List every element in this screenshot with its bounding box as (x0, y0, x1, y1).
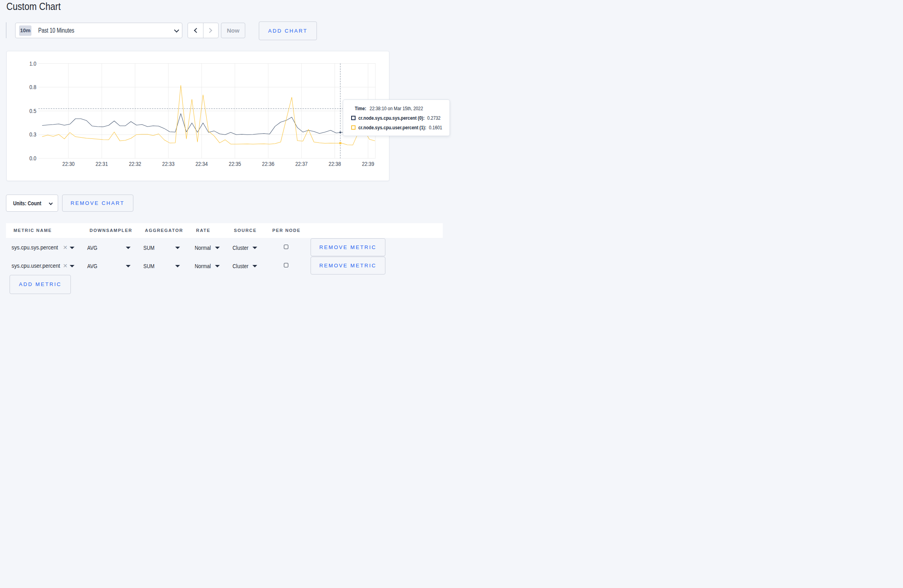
svg-text:0.0: 0.0 (29, 155, 37, 162)
svg-text:22:34: 22:34 (195, 160, 208, 167)
svg-text:0.5: 0.5 (29, 107, 37, 114)
svg-text:22:32: 22:32 (129, 160, 141, 167)
svg-text:22:30: 22:30 (63, 160, 75, 167)
svg-text:0.3: 0.3 (29, 131, 37, 138)
svg-text:22:31: 22:31 (96, 160, 108, 167)
svg-text:1.0: 1.0 (29, 60, 37, 66)
svg-text:22:33: 22:33 (162, 160, 174, 167)
svg-text:0.8: 0.8 (29, 84, 37, 90)
svg-text:22:36: 22:36 (262, 160, 274, 167)
svg-text:22:37: 22:37 (295, 160, 308, 167)
svg-text:22:35: 22:35 (229, 160, 241, 167)
svg-text:22:39: 22:39 (362, 160, 374, 167)
svg-text:22:38: 22:38 (328, 160, 341, 167)
